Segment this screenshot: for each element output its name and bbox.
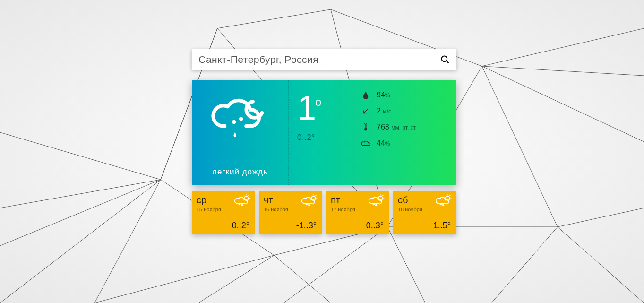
current-range: 0..2° xyxy=(297,133,350,142)
cloud-icon xyxy=(361,139,370,147)
svg-line-2 xyxy=(217,9,331,28)
svg-point-30 xyxy=(239,117,243,121)
search-input[interactable] xyxy=(198,54,440,65)
svg-line-19 xyxy=(94,180,161,303)
forecast-date: 15 ноября xyxy=(197,207,250,212)
svg-point-49 xyxy=(373,204,374,205)
svg-point-50 xyxy=(376,205,377,206)
svg-point-32 xyxy=(365,128,367,130)
forecast-card[interactable]: пт 17 ноября 0..3° xyxy=(326,191,389,234)
forecast-date: 18 ноября xyxy=(398,207,452,212)
svg-point-44 xyxy=(309,205,310,206)
thermometer-icon xyxy=(361,123,370,131)
forecast-temp: 0..2° xyxy=(232,221,249,231)
forecast-date: 17 ноября xyxy=(331,207,385,212)
svg-point-55 xyxy=(440,204,441,205)
svg-line-20 xyxy=(0,180,161,246)
svg-line-8 xyxy=(491,227,558,303)
svg-line-48 xyxy=(383,195,384,196)
svg-point-27 xyxy=(442,56,447,62)
forecast-temp: 1..5° xyxy=(433,221,451,231)
svg-point-37 xyxy=(239,204,240,205)
forecast-card[interactable]: сб 18 ноября 1..5° xyxy=(393,191,456,234)
svg-line-26 xyxy=(482,66,644,76)
pressure-row: 763 мм. рт. ст. xyxy=(361,123,456,131)
wind-row: 2 м/с xyxy=(361,107,456,115)
snow-sun-icon xyxy=(436,194,453,207)
snow-sun-icon xyxy=(369,194,386,207)
svg-line-4 xyxy=(482,28,644,66)
droplet-icon xyxy=(361,91,370,99)
forecast-row: ср 15 ноября 0..2° чт 16 ноября -1..3° п… xyxy=(192,191,456,234)
svg-line-21 xyxy=(0,180,161,208)
svg-line-5 xyxy=(482,66,644,142)
svg-point-56 xyxy=(443,205,444,206)
clouds-row: 44% xyxy=(361,139,456,147)
svg-line-9 xyxy=(558,227,644,303)
svg-line-24 xyxy=(94,255,274,303)
forecast-card[interactable]: ср 15 ноября 0..2° xyxy=(192,191,255,234)
svg-line-6 xyxy=(482,66,558,227)
svg-line-36 xyxy=(249,195,249,196)
current-weather-card: легкий дождь 1o 0..2° 94% 2 м/с 763 мм. … xyxy=(192,80,456,185)
snow-sun-icon xyxy=(234,194,251,207)
svg-line-18 xyxy=(274,255,331,303)
forecast-date: 16 ноября xyxy=(264,207,318,212)
forecast-temp: -1..3° xyxy=(296,221,317,231)
wind-arrow-icon xyxy=(361,107,370,115)
svg-line-25 xyxy=(0,180,161,303)
svg-line-13 xyxy=(387,227,425,303)
svg-line-17 xyxy=(198,255,274,303)
svg-point-29 xyxy=(232,120,236,124)
forecast-card[interactable]: чт 16 ноября -1..3° xyxy=(259,191,322,234)
condition-text: легкий дождь xyxy=(212,167,268,177)
current-temp: 1o xyxy=(297,91,350,125)
svg-point-43 xyxy=(306,204,307,205)
search-bar xyxy=(192,49,456,70)
svg-point-38 xyxy=(241,205,243,206)
forecast-temp: 0..3° xyxy=(366,221,384,231)
humidity-row: 94% xyxy=(361,91,456,99)
snow-sun-icon xyxy=(301,194,318,207)
search-icon[interactable] xyxy=(440,55,450,64)
svg-line-7 xyxy=(558,208,644,227)
svg-line-31 xyxy=(364,109,368,113)
svg-line-28 xyxy=(447,61,449,63)
svg-line-54 xyxy=(450,195,451,196)
svg-line-0 xyxy=(0,132,161,180)
svg-line-42 xyxy=(316,195,317,196)
rain-night-icon xyxy=(209,90,271,142)
svg-line-14 xyxy=(283,227,387,303)
